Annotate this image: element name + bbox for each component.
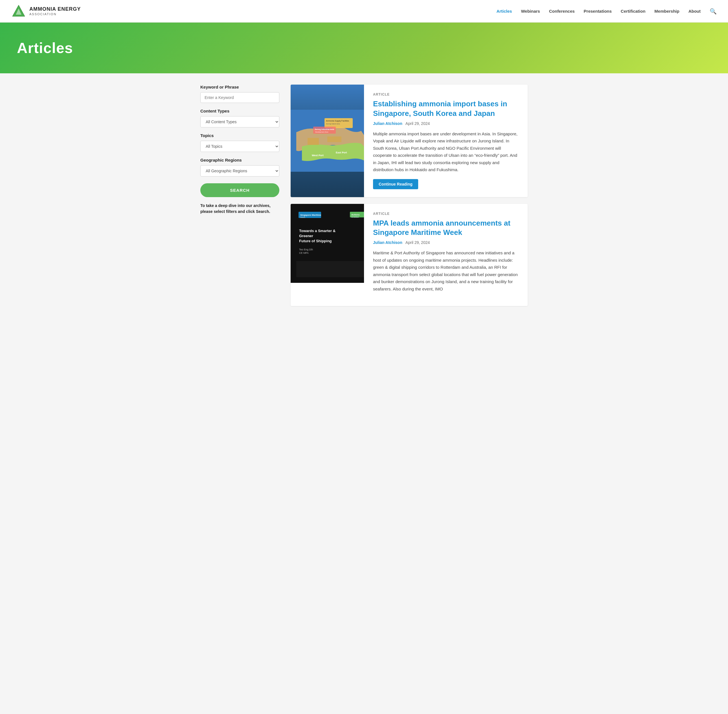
article-image-1: West Port East Port Ammonia Supply Facil…: [290, 85, 364, 197]
svg-rect-5: [308, 138, 319, 145]
main-content: Keyword or Phrase Content Types All Cont…: [195, 74, 533, 317]
logo-name: AMMONIA ENERGY: [29, 6, 81, 12]
svg-text:Jurong Industrial Area: Jurong Industrial Area: [314, 128, 334, 130]
svg-text:Week: Week: [300, 216, 305, 218]
logo[interactable]: AMMONIA ENERGY ASSOCIATION: [11, 4, 81, 19]
topics-select[interactable]: All Topics: [200, 141, 279, 152]
nav-conferences[interactable]: Conferences: [549, 9, 575, 14]
article-image-2: Singapore Maritime Week Actions Ambition…: [290, 204, 364, 306]
nav-about[interactable]: About: [689, 9, 701, 14]
article-excerpt-2: Maritime & Port Authority of Singapore h…: [373, 249, 519, 292]
keyword-input[interactable]: [200, 92, 279, 103]
nav-articles[interactable]: Articles: [496, 9, 512, 14]
svg-text:Greener: Greener: [299, 234, 313, 238]
svg-text:Singapore Maritime: Singapore Maritime: [300, 214, 321, 216]
sidebar: Keyword or Phrase Content Types All Cont…: [200, 85, 279, 306]
article-date-2: April 29, 2024: [406, 240, 430, 245]
logo-icon: [11, 4, 26, 19]
search-button[interactable]: SEARCH: [200, 183, 279, 197]
topics-label: Topics: [200, 133, 279, 138]
article-meta-1: Julian Atchison April 29, 2024: [373, 121, 519, 126]
svg-text:West Port: West Port: [312, 154, 323, 157]
svg-rect-28: [296, 262, 364, 277]
page-title: Articles: [17, 39, 73, 56]
article-excerpt-1: Multiple ammonia import bases are under …: [373, 130, 519, 173]
continue-reading-button-1[interactable]: Continue Reading: [373, 179, 418, 189]
nav-certification[interactable]: Certification: [621, 9, 645, 14]
site-header: AMMONIA ENERGY ASSOCIATION Articles Webi…: [0, 0, 728, 22]
nav-membership[interactable]: Membership: [654, 9, 679, 14]
svg-text:Actions: Actions: [351, 213, 360, 216]
articles-list: West Port East Port Ammonia Supply Facil…: [290, 85, 528, 306]
article-author-1: Julian Atchison: [373, 121, 402, 126]
svg-rect-6: [327, 136, 341, 142]
article-date-1: April 29, 2024: [406, 121, 430, 126]
article-type-2: ARTICLE: [373, 212, 519, 216]
article-card-2: Singapore Maritime Week Actions Ambition…: [290, 204, 528, 306]
svg-text:East Port: East Port: [336, 151, 347, 154]
search-icon[interactable]: 🔍: [710, 8, 717, 15]
svg-text:Ambition: Ambition: [351, 216, 359, 218]
nav-webinars[interactable]: Webinars: [521, 9, 540, 14]
nav-presentations[interactable]: Presentations: [584, 9, 612, 14]
svg-text:Ammonia Supply Facilities: Ammonia Supply Facilities: [326, 120, 349, 122]
main-nav: Articles Webinars Conferences Presentati…: [496, 8, 717, 15]
svg-text:Development Zone: Development Zone: [315, 131, 328, 133]
article2-presentation: Singapore Maritime Week Actions Ambition…: [290, 204, 364, 283]
content-types-select[interactable]: All Content Types: [200, 116, 279, 128]
article-title-1: Establishing ammonia import bases in Sin…: [373, 99, 519, 118]
article2-svg: Singapore Maritime Week Actions Ambition…: [296, 210, 364, 277]
sidebar-hint: To take a deep dive into our archives, p…: [200, 203, 279, 214]
article-type-1: ARTICLE: [373, 93, 519, 96]
geo-regions-label: Geographic Regions: [200, 158, 279, 162]
article-title-2: MPA leads ammonia announcements at Singa…: [373, 219, 519, 238]
content-types-label: Content Types: [200, 109, 279, 113]
svg-text:Jurong Island area: Jurong Island area: [326, 123, 340, 124]
logo-text: AMMONIA ENERGY ASSOCIATION: [29, 6, 81, 16]
article1-map-svg: West Port East Port Ammonia Supply Facil…: [290, 110, 364, 172]
svg-text:Teo Eng Dih: Teo Eng Dih: [299, 248, 313, 251]
article-author-2: Julian Atchison: [373, 240, 402, 245]
geo-regions-select[interactable]: All Geographic Regions: [200, 165, 279, 177]
logo-sub: ASSOCIATION: [29, 12, 81, 16]
svg-text:Towards a Smarter &: Towards a Smarter &: [299, 229, 335, 233]
article-content-2: ARTICLE MPA leads ammonia announcements …: [364, 204, 528, 306]
article-content-1: ARTICLE Establishing ammonia import base…: [364, 85, 528, 197]
article-card: West Port East Port Ammonia Supply Facil…: [290, 85, 528, 197]
article-meta-2: Julian Atchison April 29, 2024: [373, 240, 519, 245]
hero-banner: Articles: [0, 22, 728, 74]
svg-text:CE MPA: CE MPA: [299, 252, 309, 254]
keyword-label: Keyword or Phrase: [200, 85, 279, 89]
svg-text:Future of Shipping: Future of Shipping: [299, 239, 332, 243]
